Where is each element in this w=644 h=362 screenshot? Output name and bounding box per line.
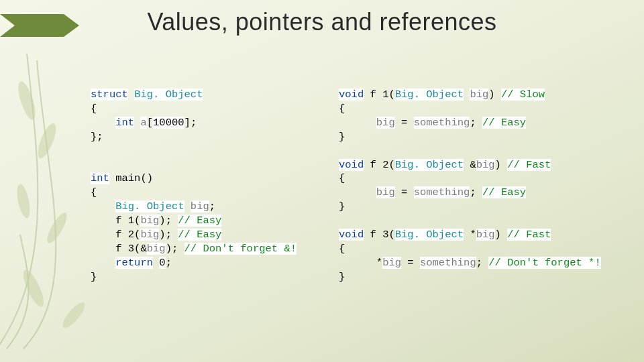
brace: {: [339, 172, 345, 184]
svg-point-0: [15, 80, 39, 122]
id-big: big: [147, 243, 166, 255]
svg-point-2: [15, 183, 32, 219]
fn-f2: f 2(: [370, 159, 395, 171]
op-eq: =: [407, 257, 413, 269]
op-eq: =: [401, 186, 407, 198]
comment-easy: // Easy: [178, 229, 221, 241]
kw-void: void: [339, 88, 364, 101]
id-big: big: [376, 117, 395, 129]
kw-int: int: [91, 172, 109, 184]
id-big: big: [376, 186, 395, 198]
kw-int: int: [115, 117, 134, 129]
kw-return: return: [115, 257, 153, 269]
brace: }: [91, 271, 97, 283]
id-something: something: [414, 186, 470, 198]
kw-void: void: [339, 159, 364, 171]
punct: ];: [184, 117, 197, 129]
punct: );: [159, 215, 172, 227]
brace: }: [339, 271, 345, 283]
comment-slow: // Slow: [501, 88, 545, 101]
brace: {: [91, 186, 97, 198]
fn-f1: f 1(: [370, 88, 395, 101]
fn-f3: f 3(: [370, 229, 395, 241]
id-big: big: [191, 200, 209, 213]
comment-dont-forget-amp: // Don't forget &!: [184, 243, 297, 255]
op-amp: &: [470, 159, 476, 171]
comment-easy: // Easy: [178, 215, 221, 227]
comment-dont-forget-star: // Don't forget *!: [488, 257, 600, 269]
svg-point-4: [19, 267, 48, 309]
code-right-column: void f 1(Big. Object big) // Slow { big …: [339, 74, 634, 298]
id-something: something: [414, 117, 470, 129]
slide-body: struct Big. Object { int a[10000]; }; in…: [91, 74, 631, 342]
comment-easy: // Easy: [482, 186, 526, 198]
call-f1: f 1(: [115, 215, 140, 227]
brace: }: [339, 200, 345, 213]
type-bigobject: Big. Object: [395, 229, 464, 241]
id-a: a: [140, 117, 146, 129]
type-bigobject: Big. Object: [395, 159, 464, 171]
kw-void: void: [339, 229, 364, 241]
comment-fast: // Fast: [507, 159, 551, 171]
punct: );: [159, 229, 172, 241]
punct: );: [166, 243, 178, 255]
op-star: *: [470, 229, 476, 241]
call-f3: f 3(&: [115, 243, 147, 255]
punct: [: [147, 117, 153, 129]
id-big: big: [470, 88, 488, 101]
type-bigobject: Big. Object: [134, 88, 203, 101]
svg-point-3: [44, 210, 70, 245]
id-big: big: [382, 257, 401, 269]
brace: {: [339, 103, 345, 115]
svg-point-5: [59, 299, 88, 330]
code-left-column: struct Big. Object { int a[10000]; }; in…: [91, 74, 335, 298]
fn-main: main(): [115, 172, 153, 184]
id-big: big: [140, 229, 159, 241]
brace: {: [339, 243, 345, 255]
type-bigobject: Big. Object: [395, 88, 464, 101]
num-10000: 10000: [153, 117, 184, 129]
brace: }: [339, 131, 345, 143]
svg-point-1: [34, 121, 60, 161]
op-star: *: [376, 257, 382, 269]
id-something: something: [420, 257, 476, 269]
comment-fast: // Fast: [507, 229, 551, 241]
kw-struct: struct: [91, 88, 128, 101]
op-eq: =: [401, 117, 407, 129]
brace: };: [91, 131, 103, 143]
punct: ): [488, 88, 494, 101]
slide-title: Values, pointers and references: [0, 8, 644, 36]
id-big: big: [476, 229, 495, 241]
punct: ): [495, 159, 501, 171]
brace: {: [91, 103, 97, 115]
comment-easy: // Easy: [482, 117, 526, 129]
num-0: 0: [159, 257, 165, 269]
type-bigobject: Big. Object: [115, 200, 184, 213]
call-f2: f 2(: [115, 229, 140, 241]
id-big: big: [140, 215, 159, 227]
id-big: big: [476, 159, 495, 171]
punct: ): [495, 229, 501, 241]
